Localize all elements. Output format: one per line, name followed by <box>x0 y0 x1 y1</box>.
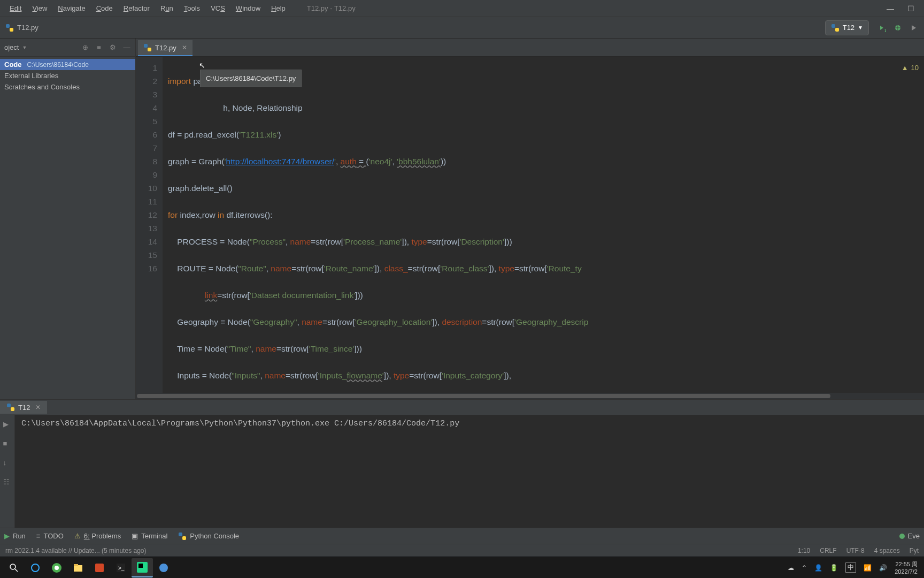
svg-rect-1 <box>10 28 13 32</box>
taskbar-cortana[interactable] <box>25 558 46 577</box>
code-area[interactable]: 1234 5678 9101112 13141516 import pandas… <box>136 57 924 393</box>
tooltab-terminal[interactable]: ▣ Terminal <box>132 532 167 540</box>
editor-tab[interactable]: T12.py ✕ <box>138 40 192 56</box>
tray-clock[interactable]: 22:55 周 2022/7/2 <box>895 560 918 575</box>
menu-help[interactable]: Help <box>266 2 291 14</box>
tooltab-problems[interactable]: ⚠ 6: Problems <box>74 532 121 540</box>
taskbar-pycharm[interactable] <box>132 558 153 577</box>
svg-rect-24 <box>138 564 143 568</box>
close-icon[interactable]: ✕ <box>182 44 187 51</box>
tree-label: Code <box>4 60 22 69</box>
tooltab-todo[interactable]: ≡ TODO <box>36 532 64 540</box>
problems-icon: ⚠ <box>74 532 81 540</box>
run-tool-window: T12 ✕ ▶ ■ ↓ ☷ C:\Users\86184\AppData\Loc… <box>0 399 924 528</box>
close-icon[interactable]: ✕ <box>35 404 41 411</box>
minimize-button[interactable]: — <box>887 4 894 13</box>
debug-button[interactable] <box>893 23 903 33</box>
taskbar-search[interactable] <box>3 558 25 577</box>
encoding[interactable]: UTF-8 <box>846 547 865 554</box>
python-icon <box>5 24 14 32</box>
code-text[interactable]: import pandas as pd h, Node, Relationshi… <box>163 57 924 393</box>
path-tooltip: C:\Users\86184\Code\T12.py <box>200 70 302 87</box>
locate-icon[interactable]: ⊕ <box>81 43 89 52</box>
python-icon <box>178 532 187 541</box>
svg-rect-8 <box>148 48 151 51</box>
cursor-icon: ↖ <box>199 59 205 72</box>
line-gutter: 1234 5678 9101112 13141516 <box>136 57 163 393</box>
tab-label: T12.py <box>155 44 176 52</box>
status-message[interactable]: rm 2022.1.4 available // Update... (5 mi… <box>5 547 146 554</box>
editor: T12.py ✕ 1234 5678 9101112 13141516 impo… <box>136 39 924 399</box>
tray-ime[interactable]: 中 <box>845 562 856 573</box>
run-output[interactable]: C:\Users\86184\AppData\Local\Programs\Py… <box>15 415 924 528</box>
caret-position[interactable]: 1:10 <box>798 547 810 554</box>
tray-chevron-icon[interactable]: ⌃ <box>802 564 807 572</box>
tree-row-code[interactable]: Code C:\Users\86184\Code <box>0 59 135 70</box>
stop-icon[interactable]: ■ <box>3 439 12 448</box>
menu-view[interactable]: View <box>27 2 52 14</box>
taskbar-edge[interactable] <box>46 558 67 577</box>
tree-row-external[interactable]: External Libraries <box>0 70 135 81</box>
terminal-icon: ▣ <box>132 532 138 540</box>
event-log[interactable]: Eve <box>899 532 920 540</box>
interpreter[interactable]: Pyt <box>910 547 919 554</box>
tooltab-console[interactable]: Python Console <box>178 532 239 541</box>
menu-run[interactable]: Run <box>155 2 179 14</box>
problems-badge[interactable]: ▲ 10 <box>902 61 919 74</box>
menu-window[interactable]: Window <box>230 2 266 14</box>
breadcrumb-file: T12.py <box>17 24 38 32</box>
tray-people-icon[interactable]: 👤 <box>814 564 822 572</box>
run-tab[interactable]: T12 ✕ <box>0 401 47 414</box>
tray-volume-icon[interactable]: 🔊 <box>879 564 887 572</box>
menu-vcs[interactable]: VCS <box>205 2 230 14</box>
gear-icon[interactable]: ⚙ <box>109 43 117 52</box>
tooltab-run[interactable]: ▶ Run <box>4 532 26 540</box>
taskbar-explorer[interactable] <box>67 558 89 577</box>
python-icon <box>6 403 15 412</box>
more-button[interactable] <box>909 23 919 33</box>
menu-navigate[interactable]: Navigate <box>52 2 90 14</box>
hide-icon[interactable]: — <box>122 43 131 52</box>
status-bar: rm 2022.1.4 available // Update... (5 mi… <box>0 544 924 557</box>
svg-point-13 <box>10 564 16 569</box>
tray-onedrive-icon[interactable]: ☁ <box>788 564 794 572</box>
todo-icon: ≡ <box>36 532 41 540</box>
system-tray: ☁ ⌃ 👤 🔋 中 📶 🔊 22:55 周 2022/7/2 <box>788 560 921 575</box>
tree-label: External Libraries <box>4 72 58 80</box>
svg-point-15 <box>32 564 39 572</box>
menu-code[interactable]: Code <box>91 2 118 14</box>
menu-bar: Edit View Navigate Code Refactor Run Too… <box>0 0 924 17</box>
tray-wifi-icon[interactable]: 📶 <box>864 564 872 572</box>
rerun-icon[interactable]: ▶ <box>3 420 12 429</box>
menu-refactor[interactable]: Refactor <box>118 2 155 14</box>
horizontal-scrollbar[interactable] <box>136 393 924 399</box>
svg-rect-20 <box>95 564 104 572</box>
problems-count: 10 <box>911 61 919 74</box>
indent[interactable]: 4 spaces <box>874 547 900 554</box>
tree-row-scratches[interactable]: Scratches and Consoles <box>0 81 135 93</box>
svg-rect-3 <box>835 28 839 32</box>
menu-edit[interactable]: Edit <box>4 2 27 14</box>
tray-battery-icon[interactable]: 🔋 <box>830 564 838 572</box>
line-separator[interactable]: CRLF <box>820 547 836 554</box>
taskbar-powerpoint[interactable] <box>89 558 110 577</box>
chevron-down-icon: ▼ <box>858 25 863 31</box>
menu-tools[interactable]: Tools <box>179 2 205 14</box>
maximize-button[interactable]: ☐ <box>907 4 914 13</box>
svg-rect-0 <box>6 24 10 28</box>
taskbar-cmd[interactable]: >_ <box>110 558 132 577</box>
run-button[interactable] <box>877 23 887 33</box>
run-config-selector[interactable]: T12 ▼ <box>825 20 869 35</box>
svg-rect-10 <box>11 407 14 411</box>
expand-icon[interactable]: ≡ <box>95 43 103 52</box>
editor-tabs: T12.py ✕ <box>136 39 924 57</box>
taskbar-app[interactable] <box>153 558 174 577</box>
tree-label: Scratches and Consoles <box>4 83 80 91</box>
down-icon[interactable]: ↓ <box>3 459 12 467</box>
layout-icon[interactable]: ☷ <box>3 478 12 486</box>
warning-icon: ▲ <box>902 61 908 74</box>
svg-rect-2 <box>831 24 835 28</box>
scrollbar-thumb[interactable] <box>137 394 830 398</box>
svg-line-14 <box>15 569 18 572</box>
project-sidebar: oject ▼ ⊕ ≡ ⚙ — Code C:\Users\86184\Code… <box>0 39 136 399</box>
